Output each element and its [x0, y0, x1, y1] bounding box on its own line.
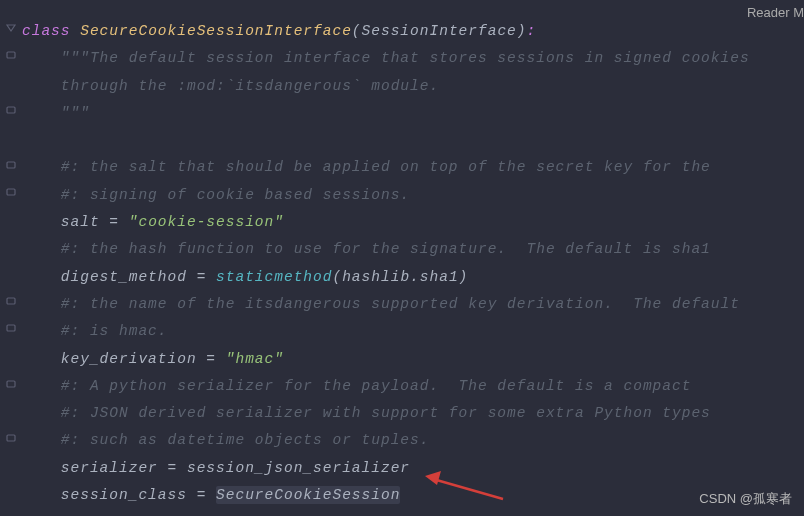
svg-rect-5 [7, 325, 15, 331]
code-line: #: such as datetime objects or tuples. [22, 427, 804, 454]
code-line: #: the salt that should be applied on to… [22, 154, 804, 181]
svg-rect-4 [7, 298, 15, 304]
highlighted-symbol: SecureCookieSession [216, 486, 400, 504]
svg-rect-2 [7, 162, 15, 168]
fold-icon[interactable] [5, 159, 17, 171]
code-line: """The default session interface that st… [22, 45, 804, 72]
watermark-text: CSDN @孤寒者 [699, 490, 792, 508]
code-line: class SecureCookieSessionInterface(Sessi… [22, 18, 804, 45]
code-line: through the :mod:`itsdangerous` module. [22, 73, 804, 100]
editor-gutter [0, 0, 22, 516]
code-line: #: signing of cookie based sessions. [22, 182, 804, 209]
svg-rect-6 [7, 381, 15, 387]
code-line: #: A python serializer for the payload. … [22, 373, 804, 400]
svg-rect-0 [7, 52, 15, 58]
fold-icon[interactable] [5, 49, 17, 61]
code-line: key_derivation = "hmac" [22, 346, 804, 373]
fold-icon[interactable] [5, 22, 17, 34]
code-line: #: the name of the itsdangerous supporte… [22, 291, 804, 318]
fold-icon[interactable] [5, 295, 17, 307]
fold-icon[interactable] [5, 104, 17, 116]
fold-icon[interactable] [5, 186, 17, 198]
code-line: #: JSON derived serializer with support … [22, 400, 804, 427]
code-line: salt = "cookie-session" [22, 209, 804, 236]
code-line: session_class = SecureCookieSession [22, 482, 804, 509]
code-line: #: is hmac. [22, 318, 804, 345]
fold-icon[interactable] [5, 378, 17, 390]
fold-icon[interactable] [5, 322, 17, 334]
svg-rect-1 [7, 107, 15, 113]
code-line [22, 127, 804, 154]
code-line: """ [22, 100, 804, 127]
svg-rect-3 [7, 189, 15, 195]
code-line: digest_method = staticmethod(hashlib.sha… [22, 264, 804, 291]
code-line: #: the hash function to use for the sign… [22, 236, 804, 263]
fold-icon[interactable] [5, 432, 17, 444]
annotation-arrow-icon [425, 471, 505, 501]
code-line: serializer = session_json_serializer [22, 455, 804, 482]
svg-rect-7 [7, 435, 15, 441]
code-editor-content[interactable]: class SecureCookieSessionInterface(Sessi… [22, 18, 804, 509]
